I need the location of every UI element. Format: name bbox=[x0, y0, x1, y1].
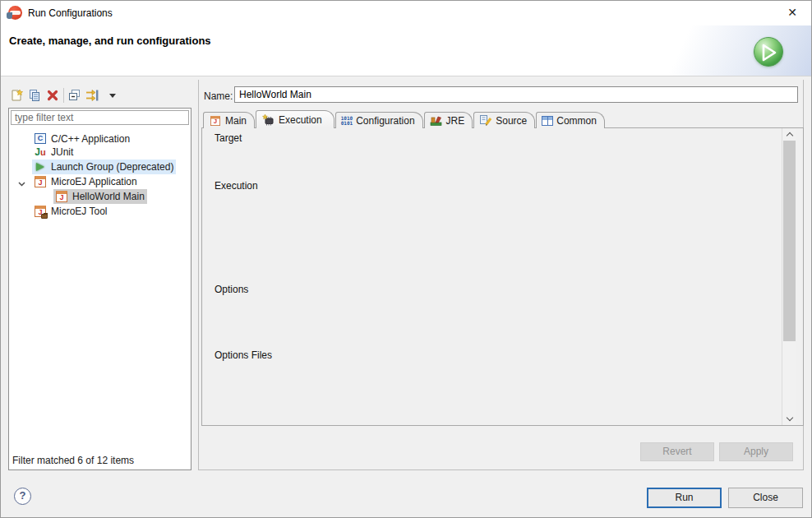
options-group-title: Options bbox=[211, 284, 251, 295]
tree-item-cpp-application[interactable]: C C/C++ Application bbox=[9, 130, 191, 145]
close-button[interactable]: Close bbox=[728, 488, 803, 508]
microej-application-icon: J bbox=[55, 190, 68, 203]
tab-jre[interactable]: JRE bbox=[424, 112, 473, 128]
launch-toolbar bbox=[7, 86, 120, 105]
toolbar-separator bbox=[63, 88, 64, 103]
header-banner: Create, manage, and run configurations bbox=[1, 25, 811, 76]
tree-item-launch-group[interactable]: Launch Group (Deprecated) bbox=[9, 160, 191, 174]
close-icon[interactable]: ✕ bbox=[778, 1, 806, 25]
vertical-scrollbar[interactable] bbox=[782, 128, 796, 425]
delete-launch-configuration-button[interactable] bbox=[44, 86, 62, 104]
chip-icon bbox=[262, 113, 275, 127]
microej-tool-icon: J bbox=[34, 205, 47, 218]
apply-button: Apply bbox=[719, 442, 793, 461]
run-configurations-dialog: Run Configurations ✕ Create, manage, and… bbox=[0, 0, 812, 518]
help-button[interactable]: ? bbox=[14, 488, 31, 505]
library-books-icon bbox=[430, 114, 443, 127]
tree-item-helloworld-main[interactable]: J HelloWorld Main bbox=[9, 189, 191, 204]
execution-group-title: Execution bbox=[211, 180, 261, 192]
scroll-up-icon[interactable] bbox=[782, 128, 796, 141]
tab-main[interactable]: J Main bbox=[203, 112, 255, 128]
filter-input[interactable] bbox=[11, 110, 189, 125]
tab-common[interactable]: Common bbox=[536, 112, 605, 128]
filter-status-text: Filter matched 6 of 12 items bbox=[12, 455, 134, 466]
chevron-down-icon bbox=[109, 94, 116, 98]
run-button[interactable]: Run bbox=[647, 488, 722, 508]
duplicate-launch-configuration-button[interactable] bbox=[25, 86, 44, 104]
title-bar: Run Configurations ✕ bbox=[1, 1, 811, 25]
c-application-icon: C bbox=[34, 132, 47, 146]
collapse-all-button[interactable] bbox=[66, 86, 84, 104]
revert-button: Revert bbox=[640, 442, 714, 461]
tab-execution[interactable]: Execution bbox=[256, 110, 334, 128]
dialog-subtitle: Create, manage, and run configurations bbox=[9, 35, 211, 47]
binary-icon: 10100101 bbox=[341, 116, 353, 126]
launch-configurations-tree: C C/C++ Application Ju JUnit Launch Grou… bbox=[9, 130, 191, 219]
toolbar-menu-dropdown[interactable] bbox=[102, 86, 120, 104]
tree-item-microej-tool[interactable]: J MicroEJ Tool bbox=[9, 204, 191, 219]
tab-configuration[interactable]: 10100101 Configuration bbox=[335, 112, 423, 128]
scroll-down-icon[interactable] bbox=[782, 413, 796, 425]
launch-tree-panel: C C/C++ Application Ju JUnit Launch Grou… bbox=[8, 108, 191, 470]
window-title: Run Configurations bbox=[28, 7, 113, 19]
source-pencil-icon bbox=[479, 114, 492, 127]
options-files-group-title: Options Files bbox=[211, 349, 275, 361]
junit-icon: Ju bbox=[34, 146, 47, 159]
launch-group-icon bbox=[34, 160, 47, 173]
name-input[interactable] bbox=[234, 86, 798, 103]
config-tab-bar: J Main Execution 10100101 Configuration bbox=[203, 110, 606, 128]
scrollbar-thumb[interactable] bbox=[783, 141, 796, 341]
tree-item-junit[interactable]: Ju JUnit bbox=[9, 145, 191, 160]
chevron-expanded-icon[interactable] bbox=[17, 178, 26, 187]
target-group-title: Target bbox=[211, 132, 245, 144]
execution-tab-content bbox=[201, 127, 804, 426]
table-icon bbox=[542, 116, 553, 126]
run-banner-icon bbox=[754, 37, 783, 67]
new-launch-configuration-button[interactable] bbox=[7, 86, 25, 104]
microej-application-icon: J bbox=[34, 175, 47, 188]
filter-launch-configurations-button[interactable] bbox=[84, 86, 102, 104]
tab-source[interactable]: Source bbox=[473, 112, 535, 128]
microej-app-logo-icon bbox=[8, 6, 22, 20]
tree-item-microej-application[interactable]: J MicroEJ Application bbox=[9, 174, 191, 189]
name-label: Name: bbox=[204, 90, 233, 102]
microej-application-icon: J bbox=[210, 115, 221, 127]
